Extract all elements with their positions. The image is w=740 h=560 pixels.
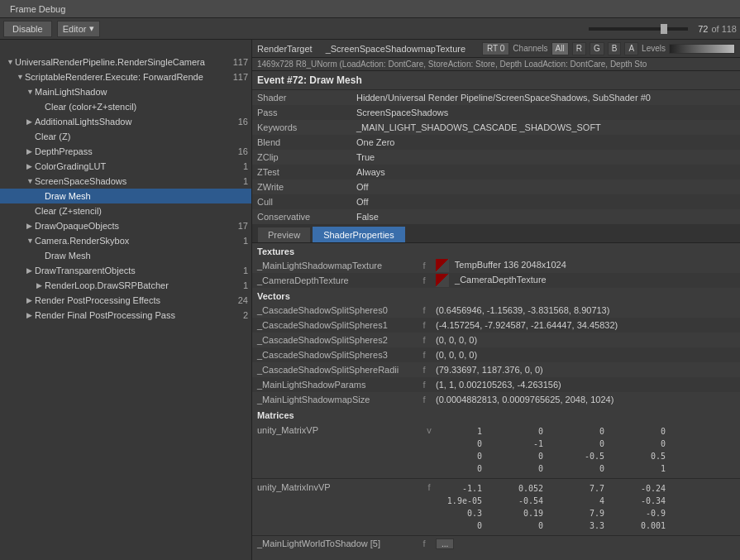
tree-item[interactable]: ▼ Camera.RenderSkybox 1 [0, 233, 251, 248]
tree-item[interactable]: ▼ ScreenSpaceShadows 1 [0, 174, 251, 189]
matrix-cell: 7.9 [563, 507, 604, 519]
matrix-cell: 3.3 [563, 519, 604, 532]
vector-name: _MainLightShadowParams [252, 377, 418, 392]
texture-thumb [436, 259, 449, 272]
channel-r-btn[interactable]: R [572, 42, 586, 55]
prop-row: Blend One Zero [252, 135, 740, 150]
matrix-cell: 0 [563, 462, 604, 475]
prop-key: ZClip [252, 150, 351, 165]
tree-item[interactable]: ▶ DrawOpaqueObjects 17 [0, 218, 251, 233]
editor-dropdown[interactable]: Editor ▾ [57, 21, 101, 37]
matrix-block: unity_MatrixVPv10000-10000-0.50.50001 [252, 422, 740, 479]
matrix-cell: 0 [502, 425, 543, 438]
tree-item[interactable]: ▶ RenderLoop.DrawSRPBatcher 1 [0, 278, 251, 293]
tree-arrow: ▶ [26, 147, 35, 156]
tree-item[interactable]: ▼ MainLightShadow [0, 84, 251, 99]
tab-shaderproperties[interactable]: ShaderProperties [313, 227, 405, 242]
prop-row: Keywords _MAIN_LIGHT_SHADOWS_CASCADE _SH… [252, 120, 740, 135]
matrix-cell: 0.052 [502, 482, 543, 495]
tree-item[interactable]: ▼ ScriptableRenderer.Execute: ForwardRen… [0, 69, 251, 84]
tree-item[interactable]: ▼ UniversalRenderPipeline.RenderSingleCa… [0, 55, 251, 69]
prop-key: Keywords [252, 120, 351, 135]
main-area: ▼ UniversalRenderPipeline.RenderSingleCa… [0, 40, 740, 560]
textures-table: _MainLightShadowmapTexture f TempBuffer … [252, 258, 740, 288]
vector-row: _MainLightShadowParams f (1, 1, 0.002105… [252, 377, 740, 392]
vector-name: _CascadeShadowSplitSpheres3 [252, 347, 418, 362]
matrix-cell: 0 [624, 438, 666, 450]
event-title: Event #72: Draw Mesh [252, 71, 740, 90]
rt-label: RenderTarget [257, 44, 313, 54]
tree-count: 117 [231, 57, 251, 67]
tree-item[interactable]: Clear (Z) [0, 129, 251, 144]
textures-header: Textures [252, 243, 740, 258]
render-target-bar: RenderTarget _ScreenSpaceShadowmapTextur… [252, 40, 740, 58]
tree-item[interactable]: ▶ Render PostProcessing Effects 24 [0, 293, 251, 308]
disable-button[interactable]: Disable [3, 21, 52, 37]
tree-label: AdditionalLightsShadow [35, 117, 231, 127]
left-panel[interactable]: ▼ UniversalRenderPipeline.RenderSingleCa… [0, 40, 252, 560]
texture-thumb [436, 274, 449, 287]
ellipsis-button[interactable]: ... [436, 538, 454, 549]
channel-g-btn[interactable]: G [590, 42, 604, 55]
vector-val: (79.33697, 1187.376, 0, 0) [431, 362, 740, 377]
matrix-cell: -0.9 [624, 507, 666, 519]
channel-all-btn[interactable]: All [551, 42, 569, 55]
prop-row: Cull Off [252, 194, 740, 209]
prop-row: Pass ScreenSpaceShadows [252, 105, 740, 120]
tree-label: Clear (Z) [35, 132, 231, 141]
tree-label: RenderLoop.DrawSRPBatcher [45, 280, 231, 290]
tree-item[interactable]: Clear (color+Z+stencil) [0, 99, 251, 114]
matrix-row: 003.30.001 [436, 519, 666, 532]
prop-val: True [351, 150, 740, 165]
tree-item[interactable]: ▶ DrawTransparentObjects 1 [0, 263, 251, 278]
matrix-cell: 0 [502, 450, 543, 462]
matrix-cell: 0 [441, 450, 482, 462]
tree-arrow: ▼ [26, 88, 35, 96]
tree-item[interactable]: ▶ DepthPrepass 16 [0, 144, 251, 159]
tree-item[interactable]: Draw Mesh [0, 248, 251, 263]
channel-a-btn[interactable]: A [624, 42, 638, 55]
prop-key: ZTest [252, 165, 351, 179]
last-row-val: ... [431, 536, 740, 551]
tree-item[interactable]: Clear (Z+stencil) [0, 203, 251, 218]
texture-name: _CameraDepthTexture [252, 273, 418, 288]
vectors-header: Vectors [252, 288, 740, 303]
matrix-row: 0.30.197.9-0.9 [436, 507, 666, 519]
vector-type: f [418, 318, 431, 333]
vectors-table: _CascadeShadowSplitSpheres0 f (0.6456946… [252, 303, 740, 407]
channel-b-btn[interactable]: B [608, 42, 622, 55]
last-shader-row: _MainLightWorldToShadow [5] f ... [252, 536, 740, 551]
vector-val: (-4.157254, -7.924587, -21.64447, 34.458… [431, 318, 740, 333]
prop-val: Always [351, 165, 740, 179]
properties-table: Shader Hidden/Universal Render Pipeline/… [252, 90, 740, 224]
tree-arrow: ▼ [26, 237, 35, 245]
levels-bar [669, 44, 735, 54]
vector-row: _CascadeShadowSplitSpheres3 f (0, 0, 0, … [252, 347, 740, 362]
frame-slider[interactable] [589, 27, 688, 31]
tree-item[interactable] [0, 40, 251, 55]
prop-key: Pass [252, 105, 351, 120]
prop-key: ZWrite [252, 179, 351, 194]
tree-count: 1 [231, 161, 251, 171]
tree-item[interactable]: ▶ Render Final PostProcessing Pass 2 [0, 308, 251, 323]
rt-number-btn[interactable]: RT 0 [482, 42, 509, 55]
matrix-cell: 7.7 [563, 482, 604, 495]
tree-item[interactable]: ▶ AdditionalLightsShadow 16 [0, 114, 251, 129]
matrix-cell: 0 [563, 438, 604, 450]
last-row-name: _MainLightWorldToShadow [5] [252, 536, 418, 551]
matrix-row: 0001 [436, 462, 666, 475]
toolbar: Disable Editor ▾ 72 of 118 [0, 18, 740, 40]
right-panel: RenderTarget _ScreenSpaceShadowmapTextur… [252, 40, 740, 560]
prop-row: Shader Hidden/Universal Render Pipeline/… [252, 90, 740, 105]
matrix-row: 00-0.50.5 [436, 450, 666, 462]
tree-item[interactable]: Draw Mesh [0, 189, 251, 203]
tree-item[interactable]: ▶ ColorGradingLUT 1 [0, 159, 251, 174]
vector-row: _CascadeShadowSplitSphereRadii f (79.336… [252, 362, 740, 377]
matrix-rows: -1.10.0527.7-0.241.9e-05-0.544-0.340.30.… [436, 482, 666, 532]
vector-name: _CascadeShadowSplitSpheres1 [252, 318, 418, 333]
matrix-row: 1.9e-05-0.544-0.34 [436, 495, 666, 507]
tree-label: ScreenSpaceShadows [35, 176, 231, 186]
prop-val: False [351, 209, 740, 224]
tab-preview[interactable]: Preview [257, 227, 311, 242]
vector-name: _CascadeShadowSplitSpheres2 [252, 333, 418, 347]
